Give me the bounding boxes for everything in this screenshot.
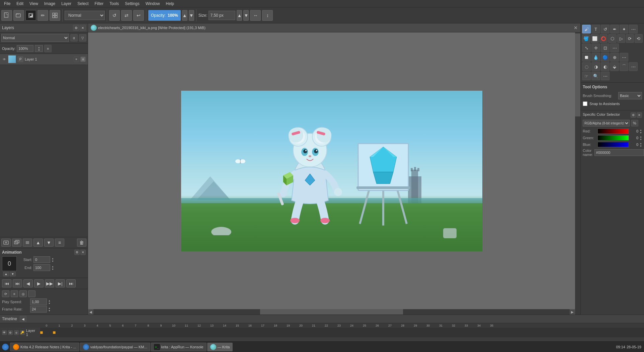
fill-tool[interactable]: 🪣 <box>582 34 590 43</box>
prev-frame-btn[interactable]: ◀ <box>23 279 33 287</box>
percent-icon[interactable]: % <box>631 120 638 126</box>
rect-select-tool[interactable]: ⬜ <box>591 34 599 43</box>
layer-onion-icon[interactable]: ⊚ <box>8 330 13 335</box>
layer-alpha-icon[interactable]: α <box>70 34 78 41</box>
eyedropper-tool[interactable]: 💧 <box>591 53 600 62</box>
opacity-down-icon[interactable]: ▼ <box>189 10 194 21</box>
mirror-h-icon[interactable]: ⇄ <box>121 10 132 21</box>
smart-patch-tool[interactable]: 🔵 <box>601 53 610 62</box>
menu-edit[interactable]: Edit <box>14 1 26 7</box>
color-sampler-tool[interactable]: 🔲 <box>582 53 591 62</box>
reset-icon[interactable]: ↺ <box>109 10 120 21</box>
anim-settings-icon[interactable]: ⚙ <box>74 250 80 255</box>
layer-alpha2-icon[interactable]: α <box>80 57 86 62</box>
frame-up-icon[interactable]: ▲ <box>3 272 9 276</box>
brush-smoothing-select[interactable]: Basic <box>618 92 642 99</box>
magnetic-select-tool[interactable]: ◑ <box>591 62 600 71</box>
menu-select[interactable]: Select <box>75 1 91 7</box>
canvas-viewport[interactable] <box>88 32 575 309</box>
freehand-select-tool[interactable]: ◌ <box>582 62 591 71</box>
text-tool[interactable]: T <box>591 25 600 33</box>
move-tool[interactable]: ✛ <box>591 43 600 52</box>
frame-down-icon[interactable]: ▼ <box>10 272 16 276</box>
transform-tool[interactable]: ⤡ <box>582 43 591 52</box>
grid-icon[interactable] <box>50 10 60 21</box>
layer-settings2-icon[interactable]: ≡ <box>44 45 52 52</box>
taskbar-firefox-btn[interactable]: Krita 4.2 Release Notes | Krita - ... <box>10 343 79 351</box>
green-spinner[interactable]: ▲ ▼ <box>640 136 642 141</box>
taskbar-app-icon[interactable] <box>1 343 9 351</box>
brush-icon[interactable]: ✏ <box>37 10 48 21</box>
color-close-icon[interactable]: ✕ <box>637 112 642 118</box>
taskbar-konsole-btn[interactable]: >_ krita : AppRun — Konsole <box>151 343 207 351</box>
go-end-btn[interactable]: ⏭ <box>66 279 76 287</box>
layer-options-icon[interactable]: ≡ <box>74 57 79 62</box>
anim-end-spinner[interactable]: ▲ ▼ <box>52 265 54 270</box>
more-tools-1[interactable]: ⋯ <box>629 25 638 33</box>
canvas-image[interactable] <box>181 91 482 251</box>
clone-tool[interactable]: ⊕ <box>610 53 619 62</box>
layer-opacity-spinbox[interactable]: ▲ ▼ <box>35 45 43 52</box>
layer-alpha-lock-icon[interactable]: α <box>14 330 19 335</box>
opacity-up-icon[interactable]: ▲ <box>182 10 187 21</box>
flip-h-icon[interactable]: ↔ <box>250 10 261 21</box>
menu-file[interactable]: File <box>1 1 13 7</box>
layers-settings-icon[interactable]: ⚙ <box>73 25 79 31</box>
bezier-curve-tool[interactable]: ⌒ <box>620 62 628 71</box>
layer-blend-mode-select[interactable]: Normal <box>1 34 69 42</box>
layer-eye-icon[interactable]: 👁 <box>2 57 7 62</box>
go-start-btn[interactable]: ⏮ <box>2 279 11 287</box>
color-picker-icon[interactable] <box>25 10 36 21</box>
select-all-tool[interactable]: ⬙ <box>610 62 619 71</box>
frame-rate-input[interactable] <box>30 306 47 313</box>
color-mode-select[interactable]: RGB/Alpha (8-bit integer/channel) <box>583 120 630 126</box>
delete-layer-btn[interactable]: 🗑 <box>77 239 86 247</box>
new-document-icon[interactable] <box>1 10 12 21</box>
taskbar-km-btn[interactable]: valdyas/foundation/paypal — KM... <box>80 343 150 351</box>
ellipse-select-tool[interactable]: ⭕ <box>599 34 608 43</box>
edit-shapes-tool[interactable]: ✦ <box>620 25 628 33</box>
zoom-tool[interactable]: 🔍 <box>591 72 600 80</box>
layer-opacity-input[interactable] <box>17 45 33 52</box>
calligraphy-tool[interactable]: ✒ <box>610 25 619 33</box>
scroll-left-btn[interactable]: ◀ <box>88 309 93 315</box>
color-settings-icon[interactable]: ⚙ <box>631 112 636 118</box>
size-input[interactable] <box>209 11 235 20</box>
layer-row[interactable]: 👁 P Layer 1 ≡ α <box>0 54 88 65</box>
add-layer-btn[interactable] <box>12 239 21 247</box>
anim-layers-btn[interactable]: ≡ <box>11 290 18 297</box>
keyframe-0[interactable] <box>40 331 43 334</box>
cage-tool[interactable]: ⟲ <box>635 34 643 43</box>
path-tool[interactable]: ▷ <box>617 34 625 43</box>
scroll-track[interactable] <box>93 309 570 315</box>
layer-filter-icon[interactable]: ▽ <box>79 34 86 41</box>
timeline-track[interactable] <box>40 328 644 337</box>
play-speed-input[interactable] <box>30 298 47 305</box>
more-tools-4[interactable]: ⋯ <box>620 53 628 62</box>
timeline-key-icon[interactable]: 🔑 <box>20 330 25 335</box>
vscroll-thumb[interactable] <box>575 33 580 116</box>
play-speed-spinner[interactable]: ▲ ▼ <box>48 299 51 304</box>
warp-tool[interactable]: ⟳ <box>626 34 634 43</box>
anim-start-spinner[interactable]: ▲ ▼ <box>52 257 54 262</box>
menu-tools[interactable]: Tools <box>107 1 122 7</box>
move-layer-up-btn[interactable]: ▲ <box>33 239 43 247</box>
next-frame-btn[interactable]: ▶| <box>56 279 65 287</box>
add-layer-group-btn[interactable] <box>1 239 11 247</box>
contiguous-select-tool[interactable]: ◐ <box>601 62 610 71</box>
menu-help[interactable]: Help <box>163 1 177 7</box>
play-reverse-btn[interactable]: ▶▶ <box>45 279 54 287</box>
flatten-layer-btn[interactable] <box>23 239 32 247</box>
anim-close-icon[interactable]: ✕ <box>80 250 86 255</box>
menu-view[interactable]: View <box>27 1 41 7</box>
color-name-input[interactable] <box>594 149 644 156</box>
move-layer-down-btn[interactable]: ▼ <box>44 239 54 247</box>
menu-layer[interactable]: Layer <box>59 1 74 7</box>
taskbar-krita-btn[interactable]: — Krita <box>207 343 233 351</box>
menu-image[interactable]: Image <box>42 1 58 7</box>
keyframe-1[interactable] <box>53 331 56 334</box>
scroll-right-btn[interactable]: ▶ <box>570 309 575 315</box>
size-up-icon[interactable]: ▲ <box>237 10 242 21</box>
snap-to-assistants-checkbox[interactable] <box>583 101 587 106</box>
pan-tool[interactable]: ☞ <box>582 72 591 80</box>
